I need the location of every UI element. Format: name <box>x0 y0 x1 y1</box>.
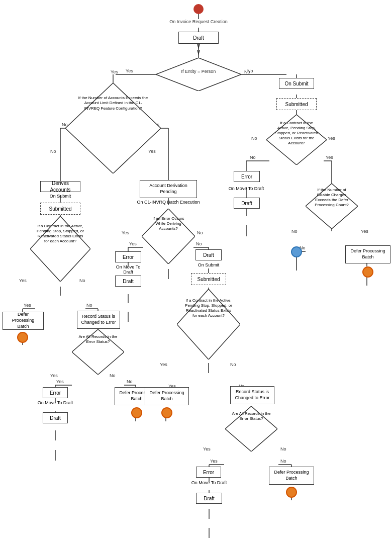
error-right: Error <box>234 171 260 182</box>
on-invoice-request-creation-label: On Invoice Request Creation <box>153 19 244 24</box>
no-contract-mid-label: No <box>230 362 236 367</box>
defer-processing-mid: Defer Processing Batch <box>145 387 189 405</box>
no-entity-label: No <box>244 69 250 74</box>
svg-text:Yes: Yes <box>129 241 137 246</box>
submitted-right: Submitted <box>276 98 317 110</box>
no-all-records-left-label: No <box>110 373 116 378</box>
if-contract-active-left-diamond: If a Contract in the Active, Pending Sto… <box>30 216 90 282</box>
draft-left2: Draft <box>43 412 68 423</box>
yes-contract-left-label: Yes <box>19 278 27 283</box>
yes-all-records-mid-label: Yes <box>203 446 211 452</box>
yes-all-records-left-label: Yes <box>50 373 58 378</box>
svg-text:Yes: Yes <box>56 379 64 384</box>
svg-text:Yes: Yes <box>210 459 218 464</box>
no-billable-label: No <box>291 229 298 234</box>
no-all-records-mid-label: No <box>280 446 286 452</box>
no-contract-right-label: No <box>251 136 257 141</box>
svg-text:No: No <box>250 155 256 160</box>
circle-orange-left2 <box>131 407 142 418</box>
derives-accounts: Derives Accounts <box>40 181 80 192</box>
no-error-deriving-label: No <box>197 230 203 235</box>
yes-error-deriving-label: Yes <box>122 230 129 235</box>
record-status-error-left: Record Status is Changed to Error <box>77 311 120 329</box>
yes-contract-right-label: Yes <box>328 136 335 141</box>
circle-orange-left <box>17 332 28 343</box>
error-mid2: Error <box>196 467 221 478</box>
no-accounts-label: No <box>50 149 56 154</box>
no-contract-left-label: No <box>79 278 85 283</box>
on-move-to-draft-mid: On Move To Draft <box>111 264 146 275</box>
svg-text:Yes: Yes <box>326 155 333 160</box>
on-c1-invrq-batch: On C1-INVRQ Batch Execution <box>136 200 201 205</box>
on-submit-right: On Submit <box>279 78 314 89</box>
draft-mid: Draft <box>115 276 141 287</box>
svg-text:No: No <box>127 379 133 384</box>
error-mid: Error <box>115 251 141 262</box>
yes-entity-label: Yes <box>111 69 118 74</box>
defer-processing-left: Defer Processing Batch <box>3 312 44 330</box>
svg-text:Yes: Yes <box>24 303 31 308</box>
start-circle <box>193 4 204 14</box>
if-contract-active-right-diamond: If a Contract in the Active, Pending Sto… <box>266 115 327 165</box>
on-move-to-draft-mid2: On Move To Draft <box>189 480 229 485</box>
svg-text:No: No <box>280 459 286 464</box>
draft-mid3: Draft <box>196 493 222 504</box>
if-entity-person-diamond: If Entity = Person <box>156 58 241 91</box>
draft-right: Draft <box>234 198 260 209</box>
svg-text:If Entity = Person: If Entity = Person <box>181 69 216 74</box>
account-derivation-pending: Account Derivation Pending <box>140 180 197 198</box>
submitted-left: Submitted <box>40 203 80 215</box>
defer-processing-mid3: Defer Processing Batch <box>269 467 314 485</box>
circle-orange-mid <box>161 407 172 418</box>
if-accounts-diamond: If the Number of Accounts Exceeds the Ac… <box>65 83 161 173</box>
defer-processing-top-right: Defer Processing Batch <box>345 245 390 263</box>
if-contract-active-mid-diamond: If a Contract in the Active, Pending Sto… <box>177 289 240 359</box>
are-all-records-error-left-diamond: Are All Records in the Error Status? <box>72 329 124 375</box>
on-move-to-draft-left2: On Move To Draft <box>36 400 74 405</box>
on-submit-left: On Submit <box>43 194 78 199</box>
record-status-error-mid2: Record Status is Changed to Error <box>230 386 274 404</box>
if-error-deriving-diamond: If an Error Occurs While Deriving Accoun… <box>142 209 195 264</box>
error-left2: Error <box>43 387 68 398</box>
flowchart: Yes No No Yes No Yes <box>0 0 392 540</box>
yes-accounts-label: Yes <box>148 149 156 154</box>
on-submit-mid: On Submit <box>193 262 224 267</box>
svg-text:No: No <box>86 303 92 308</box>
circle-blue <box>291 246 302 257</box>
yes-contract-mid-label: Yes <box>160 362 167 367</box>
svg-text:No: No <box>196 241 202 246</box>
circle-orange-mid3 <box>286 487 297 498</box>
are-all-records-error-mid-diamond: Are All Records in the Error Status? <box>225 406 277 452</box>
yes-billable-label: Yes <box>361 229 368 234</box>
draft-mid2: Draft <box>195 249 222 260</box>
svg-text:Yes: Yes <box>126 68 133 73</box>
on-move-to-draft-right: On Move To Draft <box>226 186 266 191</box>
submitted-mid: Submitted <box>191 273 226 285</box>
circle-orange-top-right <box>362 266 373 278</box>
svg-marker-96 <box>156 58 241 91</box>
if-billable-charges-diamond: If the Number of Billable Charges Exceed… <box>306 184 358 229</box>
draft-top: Draft <box>178 32 219 44</box>
